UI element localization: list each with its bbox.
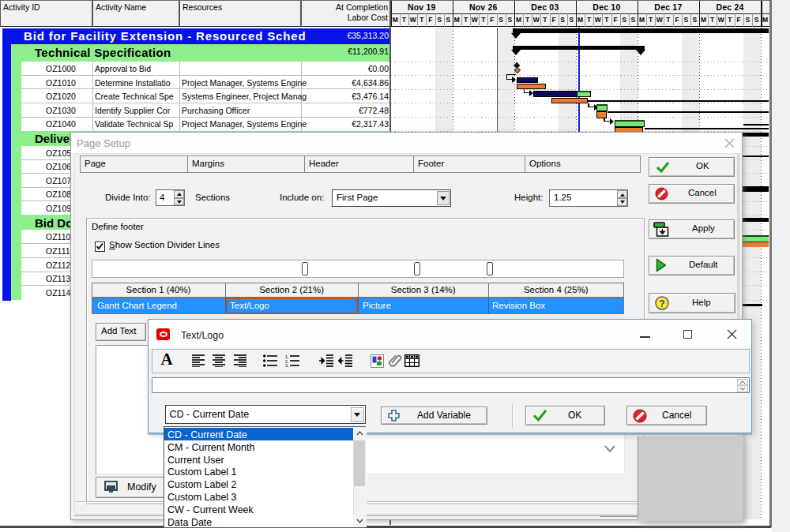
svg-text:?: ? bbox=[659, 298, 664, 309]
svg-text:3.: 3. bbox=[285, 363, 289, 367]
